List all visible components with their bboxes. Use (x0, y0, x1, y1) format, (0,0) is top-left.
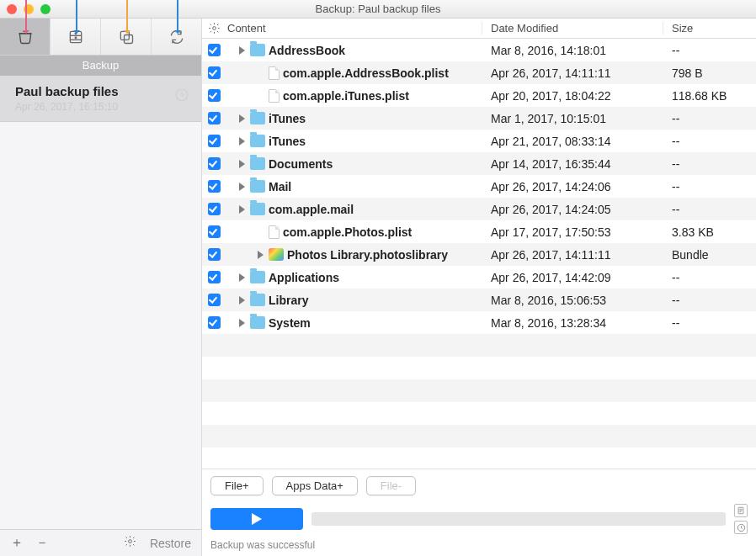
row-checkbox[interactable] (202, 44, 226, 56)
clock-icon (737, 523, 746, 532)
row-date: Apr 26, 2017, 14:11:11 (482, 248, 663, 262)
row-checkbox[interactable] (202, 271, 226, 283)
log-button[interactable] (734, 504, 748, 517)
file-list[interactable]: AddressBookMar 8, 2016, 14:18:01--com.ap… (202, 39, 756, 469)
row-date: Apr 21, 2017, 08:33:14 (482, 135, 663, 148)
row-content: Photos Library.photoslibrary (226, 248, 482, 262)
row-checkbox[interactable] (202, 89, 226, 102)
header-gear[interactable] (202, 22, 226, 34)
annotation-arrow-icon (126, 0, 127, 37)
checkbox-icon (208, 180, 221, 193)
file-icon (269, 66, 280, 80)
row-checkbox[interactable] (202, 135, 226, 147)
table-row[interactable]: com.apple.AddressBook.plistApr 26, 2017,… (202, 61, 756, 84)
table-row[interactable]: LibraryMar 8, 2016, 15:06:53-- (202, 289, 756, 311)
start-backup-button[interactable] (210, 508, 303, 530)
table-row[interactable]: iTunesMar 1, 2017, 10:15:01-- (202, 107, 756, 130)
row-label: com.apple.AddressBook.plist (283, 66, 449, 80)
add-button[interactable]: ＋ (10, 534, 22, 552)
folder-icon (250, 180, 265, 193)
row-checkbox[interactable] (202, 180, 226, 193)
row-label: Mail (269, 180, 291, 193)
table-row[interactable]: com.apple.mailApr 26, 2017, 14:24:05-- (202, 198, 756, 220)
row-date: Apr 20, 2017, 18:04:22 (482, 89, 663, 103)
disclosure-icon[interactable] (239, 183, 245, 191)
table-row[interactable]: com.apple.iTunes.plistApr 20, 2017, 18:0… (202, 84, 756, 107)
table-row[interactable]: DocumentsApr 14, 2017, 16:35:44-- (202, 152, 756, 175)
row-size: -- (663, 294, 756, 307)
file-plus-button[interactable]: File+ (210, 476, 264, 495)
checkbox-icon (208, 225, 221, 238)
row-date: Mar 8, 2016, 15:06:53 (482, 294, 663, 307)
table-row[interactable]: AddressBookMar 8, 2016, 14:18:01-- (202, 39, 756, 61)
close-window-button[interactable] (7, 4, 17, 14)
disclosure-icon[interactable] (239, 46, 245, 55)
checkbox-icon (208, 89, 221, 102)
table-row[interactable]: SystemMar 8, 2016, 13:28:34-- (202, 311, 756, 334)
folder-icon (250, 316, 265, 329)
sidebar-toolbar (0, 19, 201, 56)
sidebar: Backup Paul backup files Apr 26, 2017, 1… (0, 19, 202, 556)
row-checkbox[interactable] (202, 112, 226, 124)
row-size: 798 B (663, 66, 756, 80)
row-content: com.apple.iTunes.plist (226, 89, 482, 103)
history-button[interactable] (734, 521, 748, 534)
row-checkbox[interactable] (202, 248, 226, 261)
folder-icon (250, 294, 265, 306)
disclosure-icon[interactable] (239, 114, 245, 123)
remove-button[interactable]: － (35, 534, 47, 552)
restore-button[interactable]: Restore (150, 537, 191, 550)
row-checkbox[interactable] (202, 203, 226, 215)
svg-point-6 (129, 540, 132, 543)
schedule-icon[interactable] (174, 87, 189, 105)
table-row[interactable]: Photos Library.photoslibraryApr 26, 2017… (202, 243, 756, 266)
checkbox-icon (208, 248, 221, 261)
document-icon (737, 506, 745, 516)
sidebar-bottom-toolbar: ＋ － Restore (0, 529, 201, 556)
row-label: AddressBook (269, 44, 345, 57)
zoom-window-button[interactable] (40, 4, 51, 14)
row-checkbox[interactable] (202, 225, 226, 238)
disclosure-icon[interactable] (239, 273, 245, 282)
window-title: Backup: Paul backup files (0, 3, 756, 15)
disclosure-icon[interactable] (239, 319, 245, 327)
row-label: com.apple.Photos.plist (283, 225, 412, 239)
checkbox-icon (208, 44, 221, 56)
disclosure-icon[interactable] (239, 160, 245, 168)
folder-icon (250, 112, 265, 124)
row-date: Mar 8, 2016, 13:28:34 (482, 316, 663, 330)
settings-button[interactable] (124, 535, 136, 551)
apps-data-plus-button[interactable]: Apps Data+ (272, 476, 358, 495)
row-checkbox[interactable] (202, 316, 226, 329)
row-content: Documents (226, 157, 482, 171)
sidebar-backup-item[interactable]: Paul backup files Apr 26, 2017, 16:15:10 (0, 76, 201, 122)
status-text: Backup was successful (210, 539, 748, 551)
row-content: Mail (226, 180, 482, 193)
table-row[interactable]: iTunesApr 21, 2017, 08:33:14-- (202, 130, 756, 152)
file-minus-button[interactable]: File- (366, 476, 416, 495)
backup-item-date: Apr 26, 2017, 16:15:10 (15, 101, 189, 113)
action-bar: File+ Apps Data+ File- Backup w (202, 469, 756, 556)
disclosure-icon[interactable] (239, 137, 245, 146)
row-date: Apr 17, 2017, 17:50:53 (482, 225, 663, 239)
folder-icon (250, 203, 265, 215)
disclosure-icon[interactable] (239, 205, 245, 214)
row-date: Apr 26, 2017, 14:42:09 (482, 271, 663, 284)
column-header-size[interactable]: Size (663, 22, 756, 34)
disclosure-icon[interactable] (239, 296, 245, 304)
table-row[interactable]: com.apple.Photos.plistApr 17, 2017, 17:5… (202, 220, 756, 243)
row-label: Photos Library.photoslibrary (287, 248, 448, 262)
row-checkbox[interactable] (202, 66, 226, 79)
table-row[interactable]: MailApr 26, 2017, 14:24:06-- (202, 175, 756, 198)
column-headers: Content Date Modified Size (202, 19, 756, 39)
row-size: -- (663, 44, 756, 57)
row-checkbox[interactable] (202, 294, 226, 306)
row-checkbox[interactable] (202, 157, 226, 170)
table-row[interactable]: ApplicationsApr 26, 2017, 14:42:09-- (202, 266, 756, 289)
disclosure-icon[interactable] (258, 251, 264, 259)
column-header-content[interactable]: Content (226, 22, 482, 34)
folder-icon (250, 44, 265, 56)
row-label: System (269, 316, 311, 330)
gear-icon (124, 535, 136, 548)
column-header-date[interactable]: Date Modified (482, 22, 663, 34)
